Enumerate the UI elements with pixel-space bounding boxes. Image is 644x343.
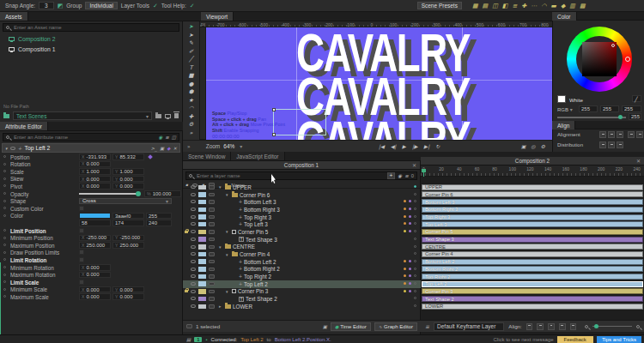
render-toggle-icon[interactable] xyxy=(209,297,215,301)
half-fill-icon[interactable]: ◧ xyxy=(502,3,508,9)
layer-tools-label[interactable]: Layer Tools xyxy=(121,3,149,9)
align-left-edge-button[interactable] xyxy=(628,131,635,138)
visibility-eye-icon[interactable] xyxy=(191,185,196,189)
timeline-track-bar[interactable]: Corner Pin 3 xyxy=(422,288,643,294)
snapshot-icon[interactable]: ▣ xyxy=(521,143,526,149)
limit-rotation-checkbox[interactable] xyxy=(79,257,84,262)
render-toggle-icon[interactable] xyxy=(209,252,215,256)
color-mode-select[interactable]: RGB ▾ xyxy=(557,106,573,112)
expand-caret-icon[interactable]: ▾ xyxy=(226,289,230,294)
layer-row[interactable]: ▾ Corner Pin 3 xyxy=(183,288,421,296)
lock-icon[interactable] xyxy=(185,231,188,233)
rotation-field[interactable]: X0.000 xyxy=(79,161,111,168)
rectangle-tool-icon[interactable]: ■ xyxy=(188,72,193,79)
line-tool-icon[interactable]: ╱ xyxy=(190,56,193,63)
render-toggle-icon[interactable] xyxy=(209,245,215,250)
layer-row[interactable]: ▸ LOWER xyxy=(183,303,421,310)
timeline-zoom-handle[interactable] xyxy=(594,324,598,328)
go-to-start-button[interactable]: |◀ xyxy=(379,143,385,149)
expand-caret-icon[interactable]: ▾ xyxy=(226,229,230,234)
duplicate-icon[interactable]: ◫ xyxy=(492,3,498,9)
layer-color-swatch[interactable] xyxy=(198,214,206,220)
scene-window-tab[interactable]: JavaScript Editor xyxy=(231,152,284,160)
timeline-composition-tab[interactable]: Composition 2 ✕ xyxy=(421,157,644,165)
attribute-search[interactable]: ◉ ≡ ◫ xyxy=(3,133,179,141)
timeline-track-bar[interactable]: LOWER xyxy=(422,304,643,310)
loop-button[interactable]: ↻ xyxy=(435,143,440,149)
color-g-field[interactable]: 174 xyxy=(112,220,144,226)
timeline-track-bar[interactable]: UPPER xyxy=(422,184,643,190)
layer-color-swatch[interactable] xyxy=(198,259,206,264)
asset-search[interactable] xyxy=(3,23,179,32)
timeline-track-bar[interactable]: Top Left 2 xyxy=(422,281,643,287)
min-scale-y-field[interactable]: Y0.000 xyxy=(112,286,144,293)
layer-row[interactable]: Bottom Left 3 xyxy=(183,198,421,206)
color-r-field[interactable]: 58 xyxy=(79,220,111,226)
layer-color-swatch[interactable] xyxy=(198,192,206,197)
layer-row[interactable]: ▾ Corner Pin 4 xyxy=(183,250,421,258)
next-message-hint[interactable]: Click to see next message xyxy=(493,337,553,342)
visibility-eye-icon[interactable] xyxy=(191,252,196,256)
asset-search-input[interactable] xyxy=(12,24,176,31)
render-toggle-icon[interactable] xyxy=(209,290,215,294)
opacity-value-field[interactable]: %100.000 xyxy=(144,190,181,197)
graph-editor-button[interactable]: ∿Graph Editor xyxy=(374,322,417,331)
text-tool-icon[interactable]: T xyxy=(190,64,193,71)
timeline-track-bar[interactable]: Bottom Left 2 xyxy=(422,259,643,265)
red-field[interactable]: 255 xyxy=(579,105,598,112)
layer-color-swatch[interactable] xyxy=(198,252,206,257)
layer-color-swatch[interactable] xyxy=(198,244,206,250)
visibility-eye-icon[interactable] xyxy=(191,208,196,211)
move-icon[interactable]: ✚ xyxy=(521,3,526,9)
layer-row[interactable]: ▾ Corner Pin 6 xyxy=(183,191,421,199)
layer-row[interactable]: ▾ Corner Pin 5 xyxy=(183,228,421,236)
layer-color-swatch[interactable] xyxy=(198,222,206,227)
min-position-x-field[interactable]: X-250.000 xyxy=(79,235,111,242)
position-y-field[interactable]: Y85.332 xyxy=(112,153,144,160)
tab-align[interactable]: Align xyxy=(552,121,575,129)
message-count-badge[interactable]: 1 xyxy=(194,337,202,342)
feedback-button[interactable]: Feedback xyxy=(557,336,593,343)
render-toggle-icon[interactable] xyxy=(209,222,215,226)
skew-x-field[interactable]: X0.000 xyxy=(79,176,111,183)
render-toggle-icon[interactable] xyxy=(209,238,215,242)
select-tool-icon[interactable]: ➤ xyxy=(189,23,193,30)
align-center-button[interactable] xyxy=(537,323,544,330)
opacity-slider-handle[interactable] xyxy=(136,191,141,196)
magnet-icon[interactable]: ◆ xyxy=(561,3,565,9)
expand-tools-icon[interactable]: » xyxy=(190,129,193,136)
snap-angle-input[interactable]: 3 xyxy=(39,2,54,9)
distribute-vertical-button[interactable] xyxy=(608,141,615,148)
expand-caret-icon[interactable]: ▾ xyxy=(226,252,230,257)
render-toggle-icon[interactable] xyxy=(209,274,215,279)
render-toggle-icon[interactable] xyxy=(209,215,215,220)
render-toggle-icon[interactable] xyxy=(209,304,215,309)
visibility-eye-icon[interactable] xyxy=(191,297,196,300)
min-rotation-field[interactable]: X0.000 xyxy=(79,264,111,271)
visibility-eye-icon[interactable] xyxy=(191,245,196,249)
layer-color-swatch[interactable] xyxy=(198,200,206,205)
layer-color-swatch[interactable] xyxy=(198,281,206,286)
cross-tool-icon[interactable]: ✚ xyxy=(189,113,193,120)
zoom-in-icon[interactable] xyxy=(636,325,640,328)
alpha-slider[interactable] xyxy=(557,117,626,118)
max-position-x-field[interactable]: X250.000 xyxy=(79,242,111,249)
render-toggle-icon[interactable] xyxy=(209,208,215,212)
layer-color-swatch[interactable] xyxy=(198,304,206,310)
play-button[interactable]: ▶ xyxy=(402,143,406,149)
layer-row[interactable]: Text Shape 3 xyxy=(183,236,421,244)
layer-row[interactable]: Top Left 2 xyxy=(183,280,421,288)
color-alpha-field[interactable]: 255 xyxy=(146,213,172,220)
keys-icon[interactable]: ▬ xyxy=(550,3,556,9)
visibility-eye-icon[interactable] xyxy=(191,193,196,196)
group-label[interactable]: Group xyxy=(66,3,82,9)
scene-window-tab[interactable]: Scene Window xyxy=(183,152,231,160)
pivot-x-field[interactable]: X0.000 xyxy=(79,183,111,190)
tab-assets[interactable]: Assets xyxy=(0,12,28,21)
message-log-icon[interactable]: ▤ xyxy=(186,337,191,342)
timeline-track-bar[interactable]: Top Right 3 xyxy=(422,214,643,220)
expand-caret-icon[interactable]: ▾ xyxy=(226,192,230,197)
opacity-slider[interactable] xyxy=(79,193,139,195)
limit-scale-checkbox[interactable] xyxy=(79,280,84,285)
align-bars-icon[interactable]: ≡ xyxy=(512,3,517,9)
